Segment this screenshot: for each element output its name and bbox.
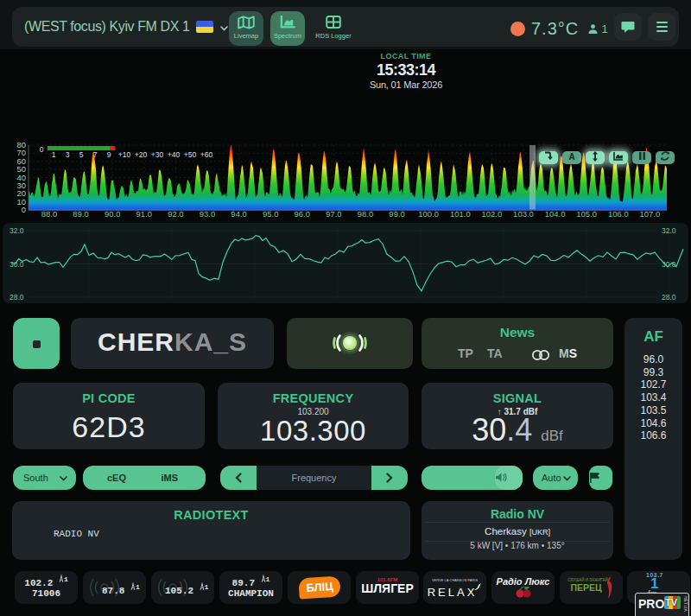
svg-text:0: 0: [22, 205, 26, 214]
svg-text:101.0: 101.0: [450, 209, 471, 219]
svg-text:+20: +20: [135, 150, 148, 159]
svg-text:3: 3: [66, 150, 70, 159]
svg-text:92.0: 92.0: [168, 209, 184, 219]
svg-text:28.0: 28.0: [10, 293, 24, 302]
svg-text:60: 60: [16, 156, 26, 166]
svg-text:95.0: 95.0: [263, 209, 279, 219]
svg-text:9: 9: [107, 150, 111, 159]
svg-text:96.0: 96.0: [295, 209, 311, 219]
svg-text:89.0: 89.0: [73, 209, 89, 219]
svg-text:0: 0: [40, 145, 44, 154]
svg-text:99.0: 99.0: [389, 209, 405, 219]
svg-text:102.0: 102.0: [482, 209, 503, 219]
svg-text:40: 40: [16, 173, 26, 182]
svg-text:32.0: 32.0: [10, 226, 24, 235]
svg-text:10: 10: [16, 197, 26, 206]
svg-text:+50: +50: [184, 150, 197, 159]
svg-text:70: 70: [16, 148, 26, 157]
svg-text:5: 5: [79, 150, 84, 159]
svg-text:88.0: 88.0: [41, 209, 58, 219]
svg-text:30: 30: [16, 181, 26, 190]
svg-text:80: 80: [16, 140, 26, 149]
svg-text:106.0: 106.0: [608, 209, 629, 219]
svg-text:104.0: 104.0: [545, 209, 566, 219]
svg-text:1: 1: [52, 150, 56, 159]
svg-text:93.0: 93.0: [200, 209, 216, 219]
svg-text:+60: +60: [200, 150, 213, 159]
svg-text:+30: +30: [151, 150, 164, 159]
svg-text:32.0: 32.0: [662, 226, 676, 235]
svg-text:7: 7: [93, 150, 98, 159]
svg-text:+10: +10: [118, 150, 131, 159]
svg-text:90.0: 90.0: [105, 209, 121, 219]
svg-text:91.0: 91.0: [136, 209, 153, 219]
svg-text:28.0: 28.0: [662, 293, 676, 302]
svg-text:100.0: 100.0: [418, 209, 439, 219]
svg-text:94.0: 94.0: [231, 209, 247, 219]
svg-text:+40: +40: [168, 150, 181, 159]
svg-text:107.0: 107.0: [640, 209, 661, 219]
svg-text:105.0: 105.0: [576, 209, 597, 219]
svg-text:98.0: 98.0: [358, 209, 374, 219]
svg-text:97.0: 97.0: [326, 209, 342, 219]
svg-text:103.0: 103.0: [513, 209, 534, 219]
